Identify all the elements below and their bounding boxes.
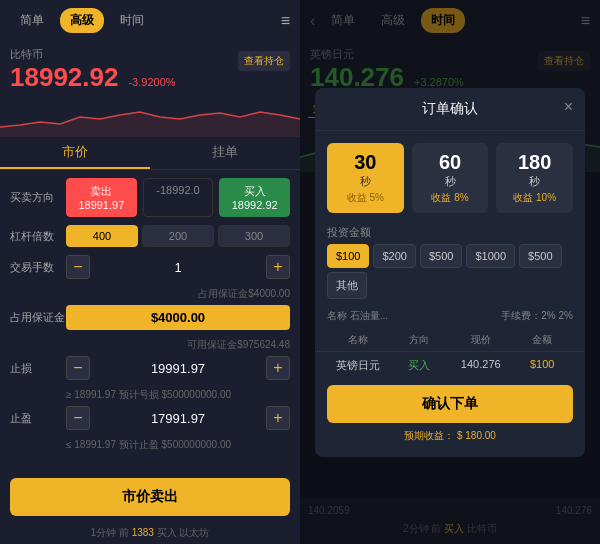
order-amount: $100 [512,358,574,373]
right-panel: ‹ 简单 高级 时间 ≡ 英镑日元 140.276 +3.2870% 查看持仓 … [300,0,600,544]
stop-loss-label: 止损 [10,361,66,376]
invest-btn-1000[interactable]: $1000 [466,244,515,268]
invest-buttons: $100 $200 $500 $1000 $500 其他 [327,244,573,299]
left-menu-icon[interactable]: ≡ [281,12,290,30]
left-tab-market[interactable]: 市价 [0,137,150,169]
left-price: 18992.92 [10,62,118,93]
col-name: 名称 [327,333,389,347]
time-profit-60: 收益 8% [416,191,485,205]
left-form: 买卖方向 卖出 18991.97 -18992.0 买入 18992.92 杠杆… [0,170,300,472]
qty-sub-text: 占用保证金$4000.00 [10,287,290,301]
left-chart [0,97,300,137]
sell-button[interactable]: 卖出 18991.97 [66,178,137,217]
left-view-detail[interactable]: 查看持仓 [238,51,290,71]
time-option-180s[interactable]: 180 秒 收益 10% [496,143,573,213]
predict-label: 预期收益： [404,430,454,441]
time-options: 30 秒 收益 5% 60 秒 收益 8% 180 秒 收益 10% [315,131,585,221]
time-option-30s[interactable]: 30 秒 收益 5% [327,143,404,213]
order-table-header: 名称 方向 现价 金额 [315,329,585,352]
invest-label: 投资金额 [327,225,573,240]
qty-row: 交易手数 − + [10,255,290,279]
stop-profit-label: 止盈 [10,411,66,426]
margin-display: $4000.00 [66,305,290,330]
direction-row: 买卖方向 卖出 18991.97 -18992.0 买入 18992.92 [10,178,290,217]
stop-profit-control: − + [66,406,290,430]
confirm-order-button[interactable]: 确认下单 [327,385,573,423]
stop-loss-minus-btn[interactable]: − [66,356,90,380]
leverage-row: 杠杆倍数 400 200 300 [10,225,290,247]
stop-profit-minus-btn[interactable]: − [66,406,90,430]
col-amount: 金额 [512,333,574,347]
order-currency: 英镑日元 [327,358,389,373]
time-val-30: 30 [331,151,400,174]
buy-inactive-button[interactable]: -18992.0 [143,178,214,217]
lev-btn-3[interactable]: 300 [218,225,290,247]
stop-loss-input[interactable] [90,361,266,376]
order-price: 140.276 [450,358,512,373]
modal-overlay: 订单确认 × 30 秒 收益 5% 60 秒 收益 8% 180 秒 收益 10… [300,0,600,544]
margin-label: 占用保证金 [10,310,66,325]
time-profit-180: 收益 10% [500,191,569,205]
time-unit-60: 秒 [416,174,485,189]
stop-profit-hint: ≤ 18991.97 预计止盈 $500000000.00 [66,438,290,452]
margin-avail-text: 可用保证金$975624.48 [10,338,290,352]
leverage-label: 杠杆倍数 [10,229,66,244]
qty-input[interactable] [90,260,266,275]
stop-profit-plus-btn[interactable]: + [266,406,290,430]
lev-btn-2[interactable]: 200 [142,225,214,247]
invest-section: 投资金额 $100 $200 $500 $1000 $500 其他 [315,221,585,305]
predict-profit: 预期收益： $ 180.00 [315,427,585,445]
time-profit-30: 收益 5% [331,191,400,205]
left-price-change: -3.9200% [128,76,175,88]
time-val-60: 60 [416,151,485,174]
time-unit-30: 秒 [331,174,400,189]
predict-value: $ 180.00 [457,430,496,441]
qty-minus-button[interactable]: − [66,255,90,279]
left-time-btn[interactable]: 时间 [110,8,154,33]
modal-close-button[interactable]: × [564,98,573,116]
leverage-buttons: 400 200 300 [66,225,290,247]
submit-button[interactable]: 市价卖出 [10,478,290,516]
invest-btn-500b[interactable]: $500 [519,244,561,268]
lev-btn-1[interactable]: 400 [66,225,138,247]
order-fee-label: 手续费：2% 2% [501,309,573,323]
order-info: 名称 石油量... 手续费：2% 2% [315,305,585,329]
stop-profit-input[interactable] [90,411,266,426]
left-tab-order[interactable]: 挂单 [150,137,300,169]
invest-btn-100[interactable]: $100 [327,244,369,268]
stop-loss-hint: ≥ 18991.97 预计号损 $500000000.00 [66,388,290,402]
invest-btn-200[interactable]: $200 [373,244,415,268]
stop-profit-row: 止盈 − + [10,406,290,430]
stop-loss-plus-btn[interactable]: + [266,356,290,380]
invest-btn-500a[interactable]: $500 [420,244,462,268]
qty-label: 交易手数 [10,260,66,275]
order-confirm-modal: 订单确认 × 30 秒 收益 5% 60 秒 收益 8% 180 秒 收益 10… [315,88,585,457]
col-price: 现价 [450,333,512,347]
buy-button[interactable]: 买入 18992.92 [219,178,290,217]
direction-label: 买卖方向 [10,190,66,205]
left-tabs: 市价 挂单 [0,137,300,170]
stop-loss-row: 止损 − + [10,356,290,380]
order-direction: 买入 [389,358,451,373]
order-table-row: 英镑日元 买入 140.276 $100 [315,352,585,379]
qty-plus-button[interactable]: + [266,255,290,279]
invest-other-btn[interactable]: 其他 [327,272,367,299]
left-price-section: 比特币 18992.92 -3.9200% 查看持仓 [0,41,300,97]
left-simple-btn[interactable]: 简单 [10,8,54,33]
col-direction: 方向 [389,333,451,347]
time-val-180: 180 [500,151,569,174]
direction-buttons: 卖出 18991.97 -18992.0 买入 18992.92 [66,178,290,217]
stop-loss-control: − + [66,356,290,380]
order-name-label: 名称 石油量... [327,309,388,323]
modal-title: 订单确认 [315,88,585,131]
time-unit-180: 秒 [500,174,569,189]
margin-row: 占用保证金 $4000.00 [10,305,290,330]
left-top-nav: 简单 高级 时间 ≡ [0,0,300,41]
time-option-60s[interactable]: 60 秒 收益 8% [412,143,489,213]
left-advanced-btn[interactable]: 高级 [60,8,104,33]
left-bottom-info: 1分钟 前 1383 买入 以太坊 [0,522,300,544]
bottom-info-text: 1分钟 前 1383 买入 以太坊 [91,527,210,538]
left-panel: 简单 高级 时间 ≡ 比特币 18992.92 -3.9200% 查看持仓 市价… [0,0,300,544]
order-name-row: 名称 石油量... 手续费：2% 2% [327,309,573,323]
qty-control: − + [66,255,290,279]
